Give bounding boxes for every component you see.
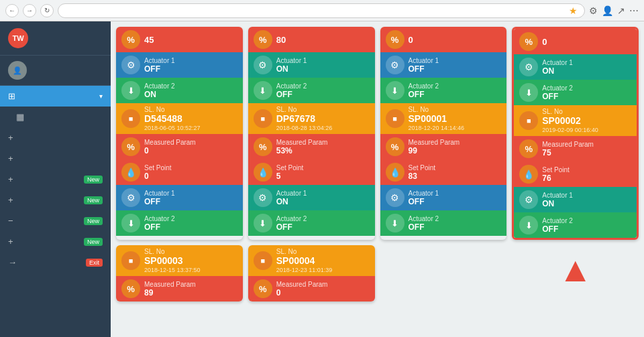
browser-actions: ⚙ 👤 ↗ ⋯: [589, 5, 639, 16]
chevron-icon: ▾: [99, 92, 103, 100]
act2-top-label: Actuator 2: [144, 82, 237, 90]
back-button[interactable]: ←: [5, 4, 19, 17]
device-card-sp00003[interactable]: ■ SL. No SP00003 2018-12-15 13:37:50 % M…: [116, 245, 243, 301]
dataview-icon: +: [8, 133, 19, 143]
act2-value: OFF: [409, 222, 502, 232]
url-bar[interactable]: ★: [58, 3, 585, 18]
act2-icon: ⬇: [519, 216, 538, 234]
measured-value: 53%: [276, 146, 370, 155]
forward-button[interactable]: →: [23, 4, 36, 17]
measured-label: Measured Param: [542, 141, 631, 148]
sidebar-item-gridview[interactable]: ▦: [0, 107, 111, 127]
empty-cell: [380, 245, 507, 301]
sidebar-logo: TW: [0, 21, 111, 56]
device-card-sp00004[interactable]: ■ SL. No SP00004 2018-12-23 11:01:39 % M…: [248, 245, 375, 301]
top-value-row: % 0: [514, 29, 637, 54]
set-point-row: 💧 Set Point 76: [514, 161, 637, 187]
act2-label: Actuator 2: [144, 215, 237, 222]
act2-top-icon: ⬇: [121, 81, 140, 100]
act1-top-value: OFF: [144, 64, 237, 74]
measured-value: 89: [144, 288, 237, 297]
top-value: 45: [144, 35, 237, 45]
sidebar-user: 👤: [0, 56, 111, 86]
actuator1-top-row: ⚙ Actuator 1 OFF: [380, 52, 507, 78]
adddevice-icon: +: [8, 195, 19, 205]
act2-top-label: Actuator 2: [276, 82, 370, 90]
measured-value: 99: [409, 146, 502, 155]
user-avatar: 👤: [8, 61, 27, 80]
act2-label: Actuator 2: [409, 215, 502, 222]
device-card-sp00002[interactable]: % 0 ⚙ Actuator 1 ON ⬇ Actuator 2 OFF ■ S…: [512, 27, 639, 240]
measured-label: Measured Param: [409, 139, 502, 146]
actuator1-top-row: ⚙ Actuator 1 ON: [248, 52, 375, 78]
sidebar-item-setdevice[interactable]: + New: [0, 231, 111, 252]
setpoint-label: Set Point: [542, 166, 631, 174]
setpoint-icon: 💧: [519, 165, 538, 184]
setpoint-icon: 💧: [386, 163, 405, 182]
measured-label: Measured Param: [276, 281, 370, 288]
slno-id: SP00004: [276, 255, 370, 266]
act1-top-icon: ⚙: [386, 56, 405, 74]
slno-row: ■ SL. No SP00003 2018-12-15 13:37:50: [116, 245, 243, 276]
measured-value: 75: [542, 148, 631, 157]
sidebar-item-dashboard[interactable]: ⊞ ▾: [0, 86, 111, 107]
bookmark-icon[interactable]: ★: [569, 5, 578, 16]
top-value-row: % 80: [248, 27, 375, 52]
act2-value: OFF: [144, 222, 237, 232]
setpoint-value: 0: [144, 172, 237, 181]
top-value: 0: [542, 37, 631, 47]
measured-icon: %: [254, 137, 272, 156]
act2-top-value: OFF: [542, 92, 631, 101]
set-point-row: 💧 Set Point 5: [248, 159, 375, 185]
sidebar-item-adddevice[interactable]: + New: [0, 190, 111, 210]
setdevice-icon: +: [8, 237, 19, 247]
slno-label: SL. No: [144, 248, 237, 255]
act2-top-icon: ⬇: [519, 83, 538, 102]
slno-label: SL. No: [276, 248, 370, 255]
setpoint-label: Set Point: [276, 164, 370, 172]
sidebar-item-photoupload[interactable]: + New: [0, 169, 111, 190]
sidebar-item-removedevice[interactable]: − New: [0, 210, 111, 231]
device-card-sp00001[interactable]: % 0 ⚙ Actuator 1 OFF ⬇ Actuator 2 OFF ■ …: [380, 27, 507, 240]
sidebar-item-logout[interactable]: → Exit: [0, 252, 111, 273]
act1-value: OFF: [144, 197, 237, 206]
act1-top-label: Actuator 1: [542, 59, 631, 66]
actuator2-top-row: ⬇ Actuator 2 OFF: [248, 78, 375, 103]
profile-icon[interactable]: 👤: [602, 5, 613, 16]
act2-icon: ⬇: [254, 214, 272, 232]
measured-value: 0: [276, 288, 370, 297]
setpoint-value: 5: [276, 172, 370, 181]
act2-top-icon: ⬇: [386, 81, 405, 100]
gridview-icon: ▦: [16, 112, 27, 122]
act2-label: Actuator 2: [542, 217, 631, 224]
device-card-d545488[interactable]: % 45 ⚙ Actuator 1 OFF ⬇ Actuator 2 ON ■ …: [116, 27, 243, 240]
slno-date: 2018-12-23 11:01:39: [276, 267, 370, 273]
share-icon[interactable]: ↗: [617, 5, 625, 16]
slno-label: SL. No: [409, 106, 502, 113]
refresh-button[interactable]: ↻: [40, 4, 54, 17]
chip-icon: ■: [121, 251, 140, 270]
setpoint-icon: 💧: [121, 163, 140, 182]
actuator2-row: ⬇ Actuator 2 OFF: [380, 210, 507, 236]
sidebar-item-dataview[interactable]: +: [0, 127, 111, 148]
arrow-indicator: ▲: [512, 245, 639, 301]
device-card-dp67678[interactable]: % 80 ⚙ Actuator 1 ON ⬇ Actuator 2 OFF ■ …: [248, 27, 375, 240]
measured-icon: %: [121, 279, 140, 298]
sidebar-menu: ⊞ ▾ ▦ + + + New +: [0, 86, 111, 337]
slno-date: 2018-08-28 13:04:26: [276, 125, 370, 131]
act2-top-icon: ⬇: [254, 81, 272, 100]
measured-param-row: % Measured Param 89: [116, 276, 243, 301]
measured-param-row: % Measured Param 0: [248, 276, 375, 301]
act1-top-value: ON: [276, 64, 370, 74]
menu-icon[interactable]: ⋯: [629, 5, 639, 16]
setpoint-icon: 💧: [254, 163, 272, 182]
sidebar-item-adduser[interactable]: +: [0, 148, 111, 169]
act1-label: Actuator 1: [542, 192, 631, 199]
extensions-icon[interactable]: ⚙: [589, 5, 598, 16]
act1-top-icon: ⚙: [254, 56, 272, 74]
new-badge: New: [84, 196, 103, 204]
act1-top-icon: ⚙: [121, 56, 140, 74]
slno-label: SL. No: [542, 108, 631, 115]
act1-icon: ⚙: [121, 188, 140, 207]
act1-top-label: Actuator 1: [276, 57, 370, 64]
